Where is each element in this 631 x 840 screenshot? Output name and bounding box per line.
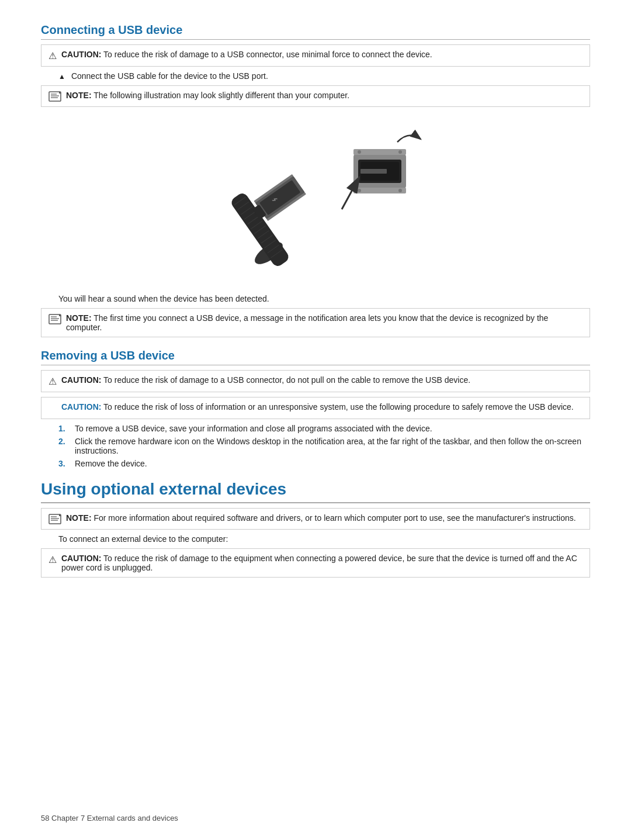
using-heading: Using optional external devices — [41, 480, 590, 503]
svg-point-30 — [358, 150, 361, 154]
connecting-section: Connecting a USB device ⚠ CAUTION: To re… — [41, 23, 590, 337]
step-text-3: Remove the device. — [75, 459, 147, 468]
removing-caution-label1: CAUTION: — [61, 375, 101, 385]
removing-step-3: 3. Remove the device. — [58, 459, 590, 468]
removing-caution2-text: CAUTION: To reduce the risk of loss of i… — [61, 402, 574, 412]
connecting-note2-text: NOTE: The first time you connect a USB d… — [66, 313, 583, 332]
note-icon2 — [48, 314, 61, 324]
connecting-heading: Connecting a USB device — [41, 23, 590, 40]
removing-caution2: ⚠ CAUTION: To reduce the risk of loss of… — [41, 397, 590, 419]
svg-point-32 — [358, 189, 361, 192]
usb-illustration: ⌁ — [193, 119, 438, 282]
removing-caution-label2: CAUTION: — [61, 402, 101, 412]
using-caution1-triangle-icon: ⚠ — [48, 554, 57, 565]
using-intro: To connect an external device to the com… — [58, 534, 590, 544]
using-caution-label1: CAUTION: — [61, 554, 101, 563]
removing-section: Removing a USB device ⚠ CAUTION: To redu… — [41, 349, 590, 468]
connecting-note2: NOTE: The first time you connect a USB d… — [41, 308, 590, 337]
page-footer: 58 Chapter 7 External cards and devices — [41, 814, 178, 822]
removing-caution1-text: CAUTION: To reduce the risk of damage to… — [61, 375, 470, 385]
removing-heading: Removing a USB device — [41, 349, 590, 365]
svg-rect-28 — [353, 149, 406, 155]
removing-step-1: 1. To remove a USB device, save your inf… — [58, 424, 590, 433]
connecting-note1-text: NOTE: The following illustration may loo… — [66, 91, 349, 100]
step-num-3: 3. — [58, 459, 69, 468]
usb-svg: ⌁ — [193, 119, 438, 282]
svg-rect-27 — [360, 169, 387, 174]
removing-steps-list: 1. To remove a USB device, save your inf… — [58, 424, 590, 468]
removing-step-2: 2. Click the remove hardware icon on the… — [58, 437, 590, 455]
using-caution1: ⚠ CAUTION: To reduce the risk of damage … — [41, 548, 590, 578]
note-icon — [48, 91, 61, 102]
step-text-1: To remove a USB device, save your inform… — [75, 424, 432, 433]
caution-label: CAUTION: — [61, 50, 101, 59]
usb-caption: You will hear a sound when the device ha… — [58, 294, 590, 303]
svg-point-31 — [398, 150, 402, 154]
using-note1-text: NOTE: For more information about require… — [66, 513, 576, 523]
note-label1: NOTE: — [66, 91, 92, 100]
using-note1: NOTE: For more information about require… — [41, 508, 590, 530]
note-label3: NOTE: — [66, 513, 92, 523]
bullet-triangle-icon: ▲ — [58, 72, 65, 81]
removing-caution1: ⚠ CAUTION: To reduce the risk of damage … — [41, 370, 590, 392]
using-section: Using optional external devices NOTE: Fo… — [41, 480, 590, 578]
connecting-bullet-text: Connect the USB cable for the device to … — [71, 71, 268, 81]
step-num-2: 2. — [58, 437, 69, 455]
connecting-caution1-text: CAUTION: To reduce the risk of damage to… — [61, 50, 432, 59]
svg-point-33 — [398, 189, 402, 192]
svg-rect-29 — [353, 188, 406, 193]
step-text-2: Click the remove hardware icon on the Wi… — [75, 437, 590, 455]
connecting-note1: NOTE: The following illustration may loo… — [41, 85, 590, 107]
removing-caution1-triangle-icon: ⚠ — [48, 376, 57, 387]
connecting-caution1: ⚠ CAUTION: To reduce the risk of damage … — [41, 44, 590, 67]
connecting-bullet: ▲ Connect the USB cable for the device t… — [58, 71, 590, 81]
using-caution1-text: CAUTION: To reduce the risk of damage to… — [61, 554, 583, 572]
note-label2: NOTE: — [66, 313, 92, 323]
caution-triangle-icon: ⚠ — [48, 50, 57, 61]
footer-text: 58 Chapter 7 External cards and devices — [41, 814, 178, 822]
step-num-1: 1. — [58, 424, 69, 433]
note-icon3 — [48, 514, 61, 524]
